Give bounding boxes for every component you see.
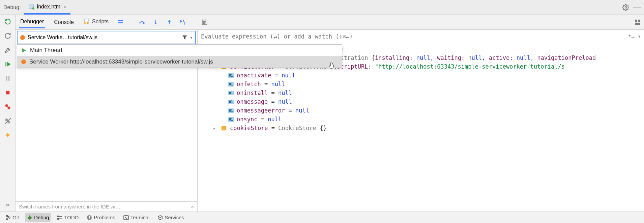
bottom-item-label: Terminal [130, 215, 150, 220]
svg-rect-5 [6, 76, 7, 81]
threads-icon[interactable] [117, 19, 123, 25]
object-badge-icon [221, 125, 227, 131]
top-bar: Debug: index.html × — [0, 0, 644, 15]
resume-icon[interactable] [3, 59, 12, 69]
svg-point-35 [204, 23, 205, 24]
svg-rect-7 [6, 91, 9, 95]
tree-row[interactable]: ▸ cookieStore = CookieStore {} [198, 124, 644, 132]
bottom-item-todo[interactable]: TODO [55, 213, 81, 222]
tree-row[interactable]: 01 oninstall = null [198, 89, 644, 97]
expand-icon[interactable]: ▸ [213, 126, 218, 131]
evaluate-input[interactable] [201, 33, 625, 40]
tree-row[interactable]: 01 onsync = null [198, 115, 644, 124]
svg-marker-75 [159, 217, 161, 218]
dropdown-item-label: Main Thread [30, 47, 62, 54]
primitive-badge-icon: 01 [228, 82, 234, 86]
minimize-icon[interactable]: — [633, 3, 641, 12]
svg-rect-67 [58, 218, 59, 219]
bottom-tool-bar: Git Debug TODO Problems Terminal Service… [0, 212, 644, 223]
svg-point-34 [203, 23, 204, 24]
chevron-down-icon[interactable]: ▾ [190, 35, 193, 40]
pause-icon[interactable] [3, 74, 12, 83]
play-icon [21, 48, 27, 53]
chevron-down-icon[interactable]: ▾ [638, 34, 641, 39]
git-icon [5, 215, 11, 220]
primitive-badge-icon: 01 [228, 117, 234, 122]
bottom-item-label: Problems [94, 215, 115, 220]
breakpoints-icon[interactable] [3, 102, 12, 112]
file-tab-label: index.html [37, 4, 62, 10]
primitive-badge-icon: 01 [228, 91, 234, 95]
gear-icon[interactable] [622, 4, 629, 11]
frames-dropdown: Main Thread Service Worker http://localh… [17, 44, 342, 68]
close-icon[interactable]: × [64, 4, 67, 9]
svg-marker-13 [5, 133, 10, 138]
cursor-icon [328, 62, 334, 70]
tree-row[interactable]: 01 onfetch = null [198, 80, 644, 89]
filter-icon[interactable] [182, 35, 187, 40]
bottom-item-debug[interactable]: Debug [25, 213, 51, 222]
bottom-item-terminal[interactable]: Terminal [121, 213, 152, 222]
svg-point-60 [29, 215, 31, 217]
tab-debugger[interactable]: Debugger [19, 16, 45, 28]
debug-label: Debug: [3, 4, 21, 10]
frames-selector-text: Service Worke…tutorial/sw.js [28, 34, 179, 41]
problems-icon [87, 215, 92, 220]
debugger-tool-row: Debugger Console JS Scripts [16, 15, 644, 30]
more-icon[interactable]: ≫ [3, 200, 12, 209]
wrench-icon[interactable] [3, 45, 12, 55]
add-watch-icon[interactable] [628, 34, 635, 39]
svg-point-36 [205, 23, 206, 24]
tree-row[interactable]: 01 onactivate = null [198, 71, 644, 80]
svg-point-33 [205, 22, 206, 23]
svg-rect-37 [635, 20, 637, 22]
bottom-item-problems[interactable]: Problems [85, 213, 117, 222]
tab-console[interactable]: Console [53, 17, 75, 28]
dropdown-item-service-worker[interactable]: Service Worker http://localhost:63343/si… [17, 56, 342, 68]
svg-marker-21 [154, 23, 157, 24]
primitive-badge-icon: 01 [228, 73, 234, 78]
run-to-cursor-icon[interactable] [180, 19, 186, 25]
step-into-icon[interactable] [153, 19, 159, 25]
tree-row[interactable]: 01 onmessageerror = null [198, 106, 644, 115]
svg-rect-70 [89, 216, 90, 218]
html-file-icon [28, 3, 35, 10]
close-icon[interactable]: × [191, 204, 194, 209]
primitive-badge-icon: 01 [228, 100, 234, 104]
svg-point-56 [6, 215, 8, 217]
bug-icon [27, 215, 32, 220]
layout-icon[interactable] [635, 19, 641, 25]
svg-line-63 [28, 219, 29, 219]
frames-selector[interactable]: Service Worke…tutorial/sw.js ▾ [17, 31, 196, 44]
frames-footer-hint: Switch frames from anywhere in the IDE w… [16, 201, 197, 212]
step-out-icon[interactable] [166, 19, 172, 25]
dropdown-item-main-thread[interactable]: Main Thread [17, 45, 342, 56]
svg-rect-30 [203, 21, 206, 22]
stop-icon[interactable] [3, 88, 12, 97]
bottom-item-services[interactable]: Services [155, 213, 186, 222]
rerun-icon[interactable] [3, 17, 12, 26]
bottom-item-label: TODO [64, 215, 79, 220]
svg-line-61 [28, 217, 29, 218]
dropdown-item-label: Service Worker http://localhost:63343/si… [29, 58, 213, 65]
step-over-icon[interactable] [139, 19, 145, 25]
svg-point-1 [32, 7, 34, 9]
svg-point-8 [5, 104, 8, 107]
variables-tree[interactable]: ope ▸ registration = ServiceWorkerRegist… [198, 43, 644, 212]
tree-row[interactable]: 01 onmessage = null [198, 97, 644, 106]
todo-icon [57, 215, 62, 220]
lightning-icon[interactable] [3, 130, 12, 140]
mute-breakpoints-icon[interactable] [3, 116, 12, 126]
frames-panel: Service Worke…tutorial/sw.js ▾ Main Thre… [16, 30, 198, 212]
svg-marker-24 [168, 20, 171, 22]
services-icon [157, 215, 163, 220]
file-tab-index-html[interactable]: index.html × [24, 0, 71, 15]
bottom-item-label: Services [165, 215, 184, 220]
svg-marker-26 [180, 20, 182, 23]
evaluate-row: ▾ [198, 30, 644, 43]
worker-dot-icon [20, 35, 25, 40]
tab-scripts[interactable]: JS Scripts [83, 16, 110, 29]
calculator-icon[interactable] [202, 19, 208, 25]
refresh-icon[interactable] [3, 31, 12, 41]
bottom-item-git[interactable]: Git [3, 213, 21, 222]
